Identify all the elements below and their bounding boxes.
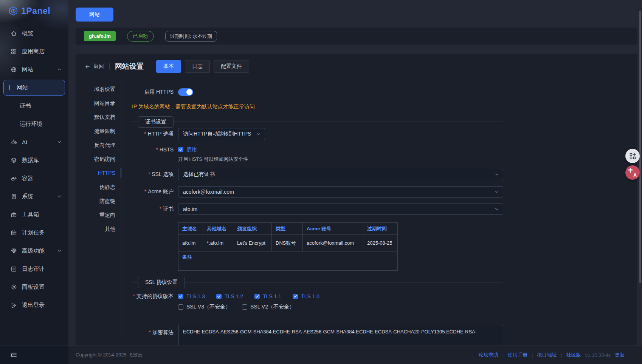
sidebar-item-cronjob[interactable]: 计划任务 (0, 224, 68, 242)
globe-icon (11, 66, 17, 73)
sidebar-item-label: AI (22, 139, 27, 145)
cert-table-row: afo.im*.afo.imLet's EncryptDNS账号acofork@… (178, 235, 398, 251)
protocol-checkbox-TLS 1.3[interactable] (178, 294, 183, 299)
protocol-checkbox-TLS 1.0[interactable] (293, 294, 298, 299)
protocol-checkbox-label[interactable]: TLS 1.0 (301, 293, 319, 299)
tab-website[interactable]: 网站 (76, 8, 113, 22)
sidebar-item-website[interactable]: 网站 (0, 60, 68, 79)
protocol-checkbox-TLS 1.1[interactable] (254, 294, 260, 299)
settings-tab-log[interactable]: 日志 (185, 60, 210, 73)
site-name-badge[interactable]: gh.afo.im (84, 31, 116, 41)
protocol-option: TLS 1.1 (254, 293, 281, 299)
sidebar-item-logout[interactable]: 退出登录 (0, 296, 68, 314)
side-tab-伪静态[interactable]: 伪静态 (85, 180, 121, 194)
footer-separator: | (532, 352, 533, 358)
chevron-down-icon (495, 190, 499, 194)
cert-table-cell: *.afo.im (203, 235, 233, 251)
cert-table-header: 主域名 (178, 223, 203, 235)
chevron-down-icon (256, 132, 261, 136)
acme-account-row: Acme 账户 acofork@foxmail.com (132, 186, 503, 197)
app-name: 1Panel (21, 6, 50, 16)
protocol-checkbox-label[interactable]: SSL V3（不安全） (186, 304, 231, 310)
sidebar-item-system[interactable]: 系统 (0, 187, 68, 205)
sidebar-item-overview[interactable]: 概览 (0, 24, 68, 42)
https-form: 启用 HTTPS IP 为域名的网站，需要设置为默认站点才能正常访问 证书设置 … (121, 78, 503, 345)
protocol-checkbox-label[interactable]: TLS 1.3 (186, 293, 205, 299)
app-launcher-button[interactable] (625, 149, 640, 163)
side-tab-网站目录[interactable]: 网站目录 (85, 96, 121, 110)
sidebar-item-label: 数据库 (22, 157, 39, 164)
chevron-down-icon (57, 194, 62, 199)
page-scrollbar[interactable] (639, 11, 641, 283)
protocol-checkbox-label[interactable]: TLS 1.2 (225, 293, 243, 299)
version-text: v1.10.30-lts (585, 352, 611, 358)
check-icon (179, 295, 183, 298)
side-tab-重定向[interactable]: 重定向 (85, 208, 121, 222)
cert-table-header: 类型 (272, 223, 303, 235)
settings-tab-basic[interactable]: 基本 (156, 60, 181, 73)
sidebar-item-label: 退出登录 (22, 302, 45, 309)
http-option-select[interactable]: 访问HTTP自动跳转到HTTPS (178, 128, 265, 140)
sidebar-item-app-store[interactable]: 应用商店 (0, 42, 68, 60)
protocol-versions-row-2: SSL V3（不安全）SSL V2（不安全） (132, 304, 503, 310)
side-tab-防盗链[interactable]: 防盗链 (85, 194, 121, 208)
app-logo[interactable]: 1Panel (0, 0, 68, 22)
sidebar-item-label: 系统 (22, 193, 33, 200)
sidebar-item-toolbox[interactable]: 工具箱 (0, 205, 68, 224)
collapse-sidebar-button[interactable] (10, 351, 17, 359)
sidebar-item-log-audit[interactable]: 日志审计 (0, 260, 68, 278)
cert-table-note-value (178, 263, 398, 271)
side-tab-反向代理[interactable]: 反向代理 (85, 138, 121, 152)
page-tabs: 基本日志配置文件 (156, 60, 249, 73)
side-tab-默认文档[interactable]: 默认文档 (85, 110, 121, 124)
acme-account-select[interactable]: acofork@foxmail.com (178, 186, 503, 197)
side-tab-流量限制[interactable]: 流量限制 (85, 124, 121, 138)
sidebar-item-database[interactable]: 数据库 (0, 151, 68, 169)
update-link[interactable]: 更新 (615, 352, 625, 358)
cert-table-cell: DNS账号 (272, 235, 303, 251)
certificate-select[interactable]: afo.im (178, 204, 503, 215)
side-tab-HTTPS[interactable]: HTTPS (85, 166, 121, 180)
protocol-checkbox-SSL V3（不安全）[interactable] (178, 304, 183, 310)
sidebar: 1Panel 概览应用商店网站网站证书运行环境AI数据库容器系统工具箱计划任务高… (0, 0, 68, 364)
side-tab-密码访问[interactable]: 密码访问 (85, 152, 121, 166)
sidebar-subitem-runtime[interactable]: 运行环境 (0, 115, 68, 133)
ssl-protocol-divider: SSL 协议设置 (132, 282, 502, 282)
footer-link-社区版[interactable]: 社区版 (566, 352, 581, 358)
ssl-option-row: SSL 选项 选择已有证书 (132, 169, 503, 180)
footer: Copyright © 2014-2025 飞致云 论坛求助|使用手册|项目地址… (68, 345, 642, 364)
cert-table-cell: afo.im (178, 235, 203, 251)
1panel-logo-icon (8, 6, 18, 16)
footer-link-项目地址[interactable]: 项目地址 (537, 352, 557, 358)
sidebar-subitem-website-list[interactable]: 网站 (3, 80, 65, 96)
sidebar-subitem-label: 运行环境 (20, 120, 42, 128)
protocol-checkbox-label[interactable]: SSL V2（不安全） (250, 304, 295, 310)
sidebar-item-ai[interactable]: AI (0, 133, 68, 151)
sidebar-item-container[interactable]: 容器 (0, 169, 68, 187)
http-option-value: 访问HTTP自动跳转到HTTPS (183, 131, 251, 137)
footer-link-论坛求助[interactable]: 论坛求助 (479, 352, 498, 358)
translate-button[interactable]: 中 A (625, 165, 640, 180)
cipher-input[interactable]: ECDHE-ECDSA-AES256-GCM-SHA384:ECDHE-RSA-… (178, 325, 503, 345)
footer-link-使用手册[interactable]: 使用手册 (508, 352, 527, 358)
back-button[interactable]: 返回 (85, 63, 104, 70)
sidebar-item-advanced[interactable]: 高级功能 (0, 242, 68, 260)
sidebar-subitem-certificate[interactable]: 证书 (0, 97, 68, 115)
ssl-option-select[interactable]: 选择已有证书 (178, 169, 503, 180)
sidebar-item-label: 概览 (22, 30, 33, 37)
cert-settings-section-title: 证书设置 (138, 116, 174, 128)
protocol-option: TLS 1.3 (178, 293, 205, 299)
hsts-checkbox[interactable] (178, 147, 183, 152)
side-tab-其他[interactable]: 其他 (85, 222, 121, 236)
protocol-checkbox-SSL V2（不安全）[interactable] (242, 304, 247, 310)
sidebar-footer (0, 345, 68, 364)
enable-https-toggle[interactable] (178, 88, 193, 96)
protocol-checkbox-label[interactable]: TLS 1.1 (263, 293, 281, 299)
check-icon (217, 295, 221, 298)
side-tab-域名设置[interactable]: 域名设置 (85, 82, 121, 96)
settings-tab-config-file[interactable]: 配置文件 (214, 60, 249, 73)
protocol-checkbox-TLS 1.2[interactable] (216, 294, 222, 299)
hsts-checkbox-label[interactable]: 启用 (186, 146, 197, 153)
cert-table-header: 其他域名 (203, 223, 233, 235)
sidebar-item-panel-settings[interactable]: 面板设置 (0, 278, 68, 296)
